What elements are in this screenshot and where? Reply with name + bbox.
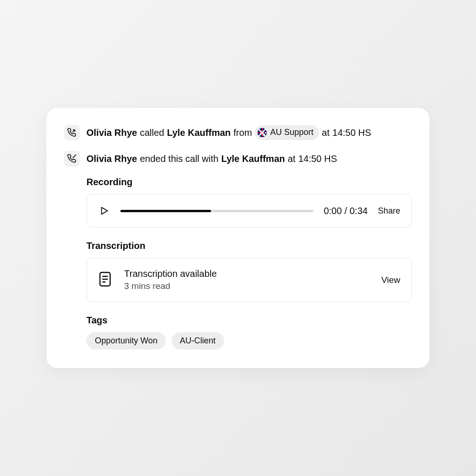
event-called-text: Olivia Rhye called Lyle Kauffman from AU…	[86, 125, 371, 140]
recording-player: 0:00 / 0:34 Share	[86, 194, 412, 228]
tag-pill[interactable]: AU-Client	[172, 332, 224, 349]
transcription-panel: Transcription available 3 mins read View	[86, 258, 412, 302]
ended-callee-name: Lyle Kauffman	[221, 152, 285, 165]
recording-time: 0:00 / 0:34	[324, 206, 368, 216]
call-time: 14:50 HS	[332, 126, 371, 139]
tags-section: Tags Opportunity Won AU-Client	[86, 315, 412, 349]
flag-au-icon	[258, 128, 267, 137]
event-ended: Olivia Rhye ended this call with Lyle Ka…	[64, 151, 412, 167]
recording-progress-track[interactable]	[120, 210, 313, 212]
phone-outgoing-icon	[64, 125, 80, 141]
ended-time: 14:50 HS	[298, 152, 337, 165]
at-label: at	[322, 126, 330, 139]
document-icon	[98, 271, 112, 289]
play-button[interactable]	[98, 205, 110, 217]
share-button[interactable]: Share	[378, 206, 400, 216]
call-source-label: AU Support	[270, 127, 313, 138]
event-called: Olivia Rhye called Lyle Kauffman from AU…	[64, 125, 412, 141]
recording-progress-fill	[120, 210, 211, 212]
recording-separator: /	[344, 206, 347, 216]
call-source-badge[interactable]: AU Support	[255, 125, 319, 140]
transcription-section: Transcription Transcription available 3 …	[86, 241, 412, 302]
view-button[interactable]: View	[381, 275, 400, 285]
svg-marker-1	[102, 208, 108, 215]
caller-name: Olivia Rhye	[86, 126, 137, 139]
ended-at-label: at	[288, 152, 296, 165]
recording-duration: 0:34	[350, 206, 368, 216]
verb-ended: ended this call with	[140, 152, 218, 165]
recording-section: Recording 0:00 / 0:34 Share	[86, 177, 412, 228]
tags-row: Opportunity Won AU-Client	[86, 332, 412, 349]
verb-called: called	[140, 126, 164, 139]
callee-name: Lyle Kauffman	[167, 126, 231, 139]
from-label: from	[233, 126, 252, 139]
transcription-info: Transcription available 3 mins read	[124, 268, 369, 291]
transcription-subtitle: 3 mins read	[124, 281, 369, 291]
svg-line-0	[73, 155, 76, 158]
tag-pill[interactable]: Opportunity Won	[86, 332, 166, 349]
transcription-title: Transcription	[86, 241, 412, 251]
recording-title: Recording	[86, 177, 412, 188]
phone-ended-icon	[64, 151, 80, 167]
event-ended-text: Olivia Rhye ended this call with Lyle Ka…	[86, 152, 337, 165]
recording-current-time: 0:00	[324, 206, 342, 216]
transcription-status: Transcription available	[124, 268, 369, 279]
call-activity-card: Olivia Rhye called Lyle Kauffman from AU…	[46, 108, 430, 368]
ender-name: Olivia Rhye	[86, 152, 137, 165]
tags-title: Tags	[86, 315, 412, 326]
